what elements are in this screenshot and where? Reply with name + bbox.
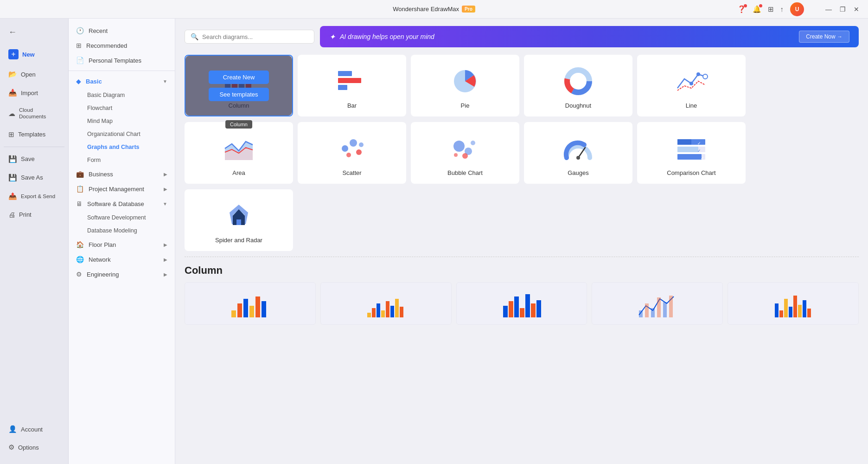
svg-rect-45	[243, 299, 248, 317]
comparison-label: Comparison Chart	[667, 169, 716, 176]
sidebar-item-import[interactable]: 📥 Import	[2, 84, 66, 102]
create-new-button[interactable]: Create New	[209, 71, 269, 84]
svg-rect-5	[338, 78, 361, 83]
area-chart-icon	[220, 132, 257, 165]
templates-icon: ⊞	[8, 130, 14, 139]
nav-item-recommended[interactable]: ⊞ Recommended	[69, 38, 175, 53]
svg-rect-73	[789, 307, 792, 317]
notification-icon[interactable]: 🔔	[753, 5, 761, 13]
sidebar-item-print[interactable]: 🖨 Print	[2, 206, 66, 223]
software-icon: 🖥	[76, 200, 83, 207]
minimize-button[interactable]: —	[824, 5, 833, 13]
template-card-4[interactable]	[592, 282, 723, 325]
ai-icon: ✦	[329, 32, 335, 41]
app-title: Wondershare EdrawMax Pro	[393, 6, 475, 13]
nav-item-business[interactable]: 💼 Business ▶	[69, 167, 175, 181]
sidebar-item-save-as[interactable]: 💾 Save As	[2, 169, 66, 187]
svg-rect-58	[509, 301, 513, 317]
nav-item-project[interactable]: 📋 Project Management ▶	[69, 181, 175, 196]
chart-card-area[interactable]: Area	[185, 122, 293, 184]
sidebar-item-templates[interactable]: ⊞ Templates	[2, 126, 66, 143]
main-content: 🔍 ✦ AI drawing helps open your mind Crea…	[175, 19, 868, 464]
nav-item-personal[interactable]: 📄 Personal Templates	[69, 53, 175, 68]
nav-sub-mind-map[interactable]: Mind Map	[69, 115, 175, 128]
template-card-2[interactable]	[320, 282, 452, 325]
basic-chevron: ▼	[163, 79, 167, 84]
chart-card-column[interactable]: Column Create New See templates Column	[185, 55, 293, 116]
nav-item-engineering[interactable]: ⚙ Engineering ▶	[69, 267, 175, 282]
chart-card-line[interactable]: Line	[637, 55, 746, 116]
chart-card-bar[interactable]: Bar	[298, 55, 406, 116]
floor-plan-chevron: ▶	[164, 242, 167, 247]
pie-label: Pie	[461, 102, 470, 109]
sidebar-item-export[interactable]: 📤 Export & Send	[2, 187, 66, 205]
svg-point-25	[462, 153, 468, 159]
template-card-1[interactable]	[185, 282, 316, 325]
sidebar-item-cloud[interactable]: ☁ Cloud Documents	[2, 103, 66, 125]
svg-rect-52	[381, 310, 385, 317]
nav-sub-form[interactable]: Form	[69, 154, 175, 167]
chart-card-doughnut[interactable]: Doughnut	[524, 55, 632, 116]
nav-sidebar: 🕐 Recent ⊞ Recommended 📄 Personal Templa…	[69, 19, 175, 464]
template-card-3[interactable]	[456, 282, 587, 325]
account-icon: 👤	[8, 425, 17, 433]
spider-chart-icon	[220, 200, 257, 232]
spider-label: Spider and Radar	[215, 237, 262, 244]
template-thumb-4	[592, 283, 722, 324]
new-button[interactable]: + New	[2, 45, 66, 64]
nav-item-basic[interactable]: ◆ Basic ▼	[69, 74, 175, 89]
sidebar-item-options[interactable]: ⚙ Options	[2, 438, 66, 456]
nav-sub-graphs[interactable]: Graphs and Charts	[69, 141, 175, 154]
gauges-chart-icon	[560, 132, 597, 165]
see-templates-button[interactable]: See templates	[209, 88, 269, 101]
svg-rect-75	[798, 305, 802, 317]
sidebar-item-open[interactable]: 📂 Open	[2, 65, 66, 83]
help-icon[interactable]: ❓	[737, 5, 746, 13]
chart-card-spider[interactable]: Spider and Radar	[185, 189, 293, 251]
nav-sub-flowchart[interactable]: Flowchart	[69, 102, 175, 115]
search-box[interactable]: 🔍	[185, 30, 314, 44]
chart-card-pie[interactable]: Pie	[411, 55, 519, 116]
template-thumb-3	[457, 283, 587, 324]
user-avatar[interactable]: U	[790, 2, 804, 16]
print-icon: 🖨	[8, 211, 15, 219]
svg-point-24	[471, 141, 475, 145]
svg-rect-60	[520, 308, 524, 317]
chart-card-scatter[interactable]: Scatter	[298, 122, 406, 184]
svg-rect-32	[677, 147, 698, 152]
svg-point-26	[454, 153, 458, 157]
svg-rect-34	[677, 154, 702, 160]
open-icon: 📂	[8, 70, 17, 78]
apps-icon[interactable]: ⊞	[768, 5, 774, 13]
svg-rect-56	[400, 307, 403, 317]
doughnut-label: Doughnut	[565, 102, 591, 109]
search-input[interactable]	[202, 33, 308, 40]
template-card-5[interactable]	[728, 282, 859, 325]
nav-sub-db-modeling[interactable]: Database Modeling	[69, 224, 175, 237]
share-icon[interactable]: ↑	[780, 5, 784, 13]
maximize-button[interactable]: ❐	[838, 5, 847, 13]
chart-card-gauges[interactable]: Gauges	[524, 122, 632, 184]
chart-card-bubble[interactable]: Bubble Chart	[411, 122, 519, 184]
nav-sub-org-chart[interactable]: Organizational Chart	[69, 128, 175, 141]
ai-create-now-button[interactable]: Create Now →	[799, 31, 849, 43]
nav-item-floor-plan[interactable]: 🏠 Floor Plan ▶	[69, 237, 175, 252]
import-icon: 📥	[8, 89, 17, 97]
sidebar-item-save[interactable]: 💾 Save	[2, 150, 66, 168]
nav-sub-basic-diagram[interactable]: Basic Diagram	[69, 89, 175, 102]
nav-item-recent[interactable]: 🕐 Recent	[69, 23, 175, 38]
svg-rect-55	[395, 299, 399, 317]
sidebar-item-account[interactable]: 👤 Account	[2, 420, 66, 438]
svg-text:✓: ✓	[701, 156, 704, 161]
nav-sub-software-dev[interactable]: Software Development	[69, 211, 175, 224]
close-button[interactable]: ✕	[852, 5, 861, 13]
basic-icon: ◆	[76, 77, 81, 85]
nav-item-network[interactable]: 🌐 Network ▶	[69, 252, 175, 267]
back-button[interactable]: ←	[2, 23, 66, 42]
nav-item-software[interactable]: 🖥 Software & Database ▼	[69, 196, 175, 211]
left-sidebar: ← + New 📂 Open 📥 Import ☁ Cloud Document…	[0, 19, 69, 464]
svg-point-21	[359, 142, 364, 147]
svg-point-12	[689, 82, 693, 85]
network-icon: 🌐	[76, 256, 84, 263]
chart-card-comparison[interactable]: ✓ ✓ ✓ Comparison Chart	[637, 122, 746, 184]
